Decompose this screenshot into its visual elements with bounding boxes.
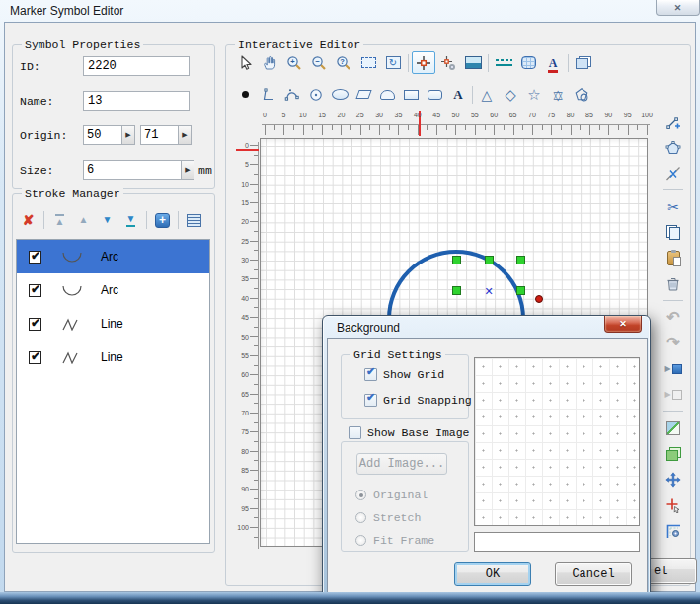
break-node-icon[interactable] xyxy=(661,162,685,185)
line-style-icon[interactable] xyxy=(492,51,515,74)
arrange-order-icon[interactable] xyxy=(572,51,595,74)
polygon-nodes-icon[interactable] xyxy=(661,136,685,159)
delete-stroke-icon[interactable]: ✘ xyxy=(18,210,39,230)
delete-icon[interactable] xyxy=(661,272,685,295)
ok-button[interactable]: OK xyxy=(454,562,531,586)
separator xyxy=(488,54,489,72)
add-stroke-icon[interactable]: + xyxy=(152,210,173,230)
rectangle-tool-icon[interactable] xyxy=(399,83,423,106)
select-tool-icon[interactable] xyxy=(233,51,257,74)
star6-tool-icon[interactable]: △▽ xyxy=(546,83,570,106)
move-top-icon[interactable]: ▲ xyxy=(49,210,70,230)
star5-tool-icon[interactable]: ☆ xyxy=(522,83,546,106)
stroke-list[interactable]: ArcArcLineLine xyxy=(16,239,210,544)
grid-toggle-icon[interactable] xyxy=(516,51,540,74)
image-path-field[interactable] xyxy=(474,532,640,552)
size-field[interactable] xyxy=(84,161,181,179)
origin-y-spinner[interactable]: ▶ xyxy=(178,126,191,144)
show-base-image-checkbox[interactable] xyxy=(349,426,361,439)
zoom-window-icon[interactable] xyxy=(356,51,380,74)
stroke-visible-checkbox[interactable] xyxy=(29,284,41,297)
origin-settings-icon[interactable] xyxy=(436,51,460,74)
stroke-visible-checkbox[interactable] xyxy=(29,351,41,364)
import-symbol-icon[interactable]: ▶ xyxy=(661,357,685,380)
size-spinner[interactable]: ▶ xyxy=(181,161,194,179)
add-image-button[interactable]: Add Image... xyxy=(356,453,447,475)
stroke-properties-icon[interactable] xyxy=(184,210,204,230)
ruler-label: 25 xyxy=(356,112,364,118)
background-dialog-close-button[interactable]: ✕ xyxy=(604,316,642,333)
dialog-cancel-button[interactable]: Cancel xyxy=(555,562,632,586)
vertex-handle[interactable] xyxy=(516,256,525,264)
ellipse-tool-icon[interactable] xyxy=(328,83,351,106)
stroke-row[interactable]: Arc xyxy=(17,273,209,307)
marker-symbol-editor-window: Marker Symbol Editor ✕ Symbol Properties… xyxy=(0,0,700,604)
id-field[interactable] xyxy=(83,56,190,76)
fit-frame-radio[interactable] xyxy=(355,535,366,546)
show-origin-toggle-icon[interactable] xyxy=(412,51,435,74)
show-grid-label: Show Grid xyxy=(383,368,444,381)
background-image-icon[interactable] xyxy=(461,51,485,74)
bezier-tool-icon[interactable] xyxy=(280,83,304,106)
arch-tool-icon[interactable] xyxy=(375,83,399,106)
undo-icon[interactable]: ↶ xyxy=(661,306,685,329)
origin-x-field[interactable] xyxy=(84,126,121,144)
copy-icon[interactable] xyxy=(661,221,685,244)
cut-icon[interactable]: ✂ xyxy=(661,195,685,218)
origin-y-field[interactable] xyxy=(141,126,178,144)
center-cross-marker[interactable]: ✕ xyxy=(484,285,493,298)
name-field[interactable] xyxy=(83,91,190,111)
vertex-handle[interactable] xyxy=(452,286,461,295)
endpoint-marker[interactable] xyxy=(535,295,543,303)
import-symbol-disabled-icon[interactable]: ▶ xyxy=(661,383,685,406)
vertex-handle[interactable] xyxy=(452,256,461,264)
ruler-label: 100 xyxy=(237,524,249,531)
diamond-tool-icon[interactable]: ◇ xyxy=(499,83,522,106)
frame-settings-icon[interactable] xyxy=(661,519,685,542)
move-up-icon[interactable]: ▲ xyxy=(73,210,94,230)
paste-icon[interactable] xyxy=(661,247,685,269)
ruler-label: 60 xyxy=(241,371,249,378)
circle-tool-icon[interactable] xyxy=(304,83,328,106)
move-down-icon[interactable]: ▼ xyxy=(97,210,117,230)
stroke-row[interactable]: Line xyxy=(17,340,209,374)
window-close-button[interactable]: ✕ xyxy=(656,0,700,16)
grid-snapping-checkbox[interactable] xyxy=(364,394,377,407)
point-tool-icon[interactable] xyxy=(233,83,257,106)
vertex-handle[interactable] xyxy=(485,256,494,264)
parallelogram-tool-icon[interactable] xyxy=(351,83,375,106)
stroke-visible-checkbox[interactable] xyxy=(29,318,41,331)
close-icon: ✕ xyxy=(619,319,627,329)
refresh-view-icon[interactable]: ↻ xyxy=(381,51,405,74)
origin-x-spinner[interactable]: ▶ xyxy=(121,126,134,144)
stroke-style-icon[interactable] xyxy=(661,416,685,439)
fill-style-icon[interactable] xyxy=(661,442,685,465)
zoom-extent-icon[interactable]: ? xyxy=(332,51,355,74)
add-node-icon[interactable] xyxy=(661,111,685,133)
snap-point-icon[interactable] xyxy=(661,493,685,516)
stroke-row[interactable]: Line xyxy=(17,307,209,340)
move-bottom-icon[interactable]: ▼ xyxy=(120,210,141,230)
stroke-label: Arc xyxy=(101,283,118,297)
zoom-in-icon[interactable]: + xyxy=(282,51,306,74)
stroke-visible-checkbox[interactable] xyxy=(29,251,41,264)
vertex-handle[interactable] xyxy=(516,286,525,295)
zoom-out-icon[interactable]: − xyxy=(307,51,331,74)
triangle-tool-icon[interactable]: △ xyxy=(475,83,499,106)
show-grid-checkbox[interactable] xyxy=(364,368,377,381)
window-bottom-border xyxy=(0,592,700,604)
stretch-radio[interactable] xyxy=(355,512,366,523)
ruler-label: 5 xyxy=(245,161,249,168)
text-tool-icon[interactable]: A xyxy=(446,83,470,106)
polyline-tool-icon[interactable] xyxy=(257,83,280,106)
move-tool-icon[interactable] xyxy=(661,468,685,491)
font-color-icon[interactable]: A xyxy=(541,51,565,74)
radio-group: OriginalStretchFit Frame xyxy=(355,484,434,552)
rounded-rect-tool-icon[interactable] xyxy=(423,83,446,106)
original-radio[interactable] xyxy=(355,490,366,500)
redo-icon[interactable]: ↷ xyxy=(661,332,685,354)
grid-snapping-label: Grid Snapping xyxy=(383,394,472,407)
stroke-row[interactable]: Arc xyxy=(17,240,209,273)
polygon-tool-icon[interactable] xyxy=(570,83,593,106)
pan-tool-icon[interactable] xyxy=(258,51,281,74)
